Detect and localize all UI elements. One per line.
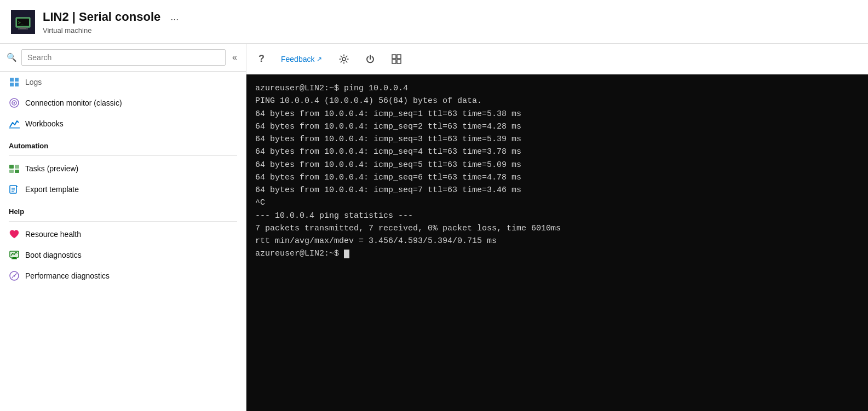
terminal-line: 64 bytes from 10.0.0.4: icmp_seq=2 ttl=6…	[255, 120, 859, 133]
sidebar-item-boot-diagnostics-label: Boot diagnostics	[25, 251, 82, 259]
terminal-panel[interactable]: azureuser@LIN2:~$ ping 10.0.0.4PING 10.0…	[246, 74, 868, 411]
section-automation-label: Automation	[0, 134, 246, 153]
sidebar-item-boot-diagnostics[interactable]: Boot diagnostics	[0, 245, 246, 265]
terminal-line: rtt min/avg/max/mdev = 3.456/4.593/5.394…	[255, 235, 859, 247]
page-title: LIN2 | Serial console ...	[43, 9, 183, 25]
svg-rect-6	[10, 78, 14, 82]
section-help-label: Help	[0, 200, 246, 219]
grid-icon	[9, 77, 20, 88]
sidebar-item-performance-diagnostics[interactable]: Performance diagnostics	[0, 265, 246, 286]
svg-rect-8	[10, 83, 14, 86]
svg-rect-29	[392, 55, 396, 59]
terminal-line: azureuser@LIN2:~$	[255, 247, 859, 260]
svg-rect-23	[13, 257, 16, 258]
svg-point-27	[14, 275, 15, 277]
svg-rect-16	[9, 170, 14, 173]
sidebar-item-resource-health-label: Resource health	[25, 230, 81, 239]
svg-rect-9	[15, 83, 19, 86]
automation-divider	[9, 155, 237, 156]
sidebar-item-resource-health[interactable]: Resource health	[0, 224, 246, 245]
feedback-button[interactable]: Feedback ↗	[277, 51, 326, 67]
boot-diagnostics-icon	[9, 250, 20, 261]
ellipsis-button[interactable]: ...	[166, 9, 183, 25]
right-panel: ? Feedback ↗	[246, 44, 868, 411]
svg-point-28	[342, 57, 346, 61]
svg-rect-24	[12, 258, 17, 259]
svg-rect-31	[392, 60, 396, 63]
feedback-external-icon: ↗	[317, 55, 322, 63]
sidebar-item-logs-label: Logs	[25, 78, 42, 86]
feedback-label: Feedback	[281, 55, 314, 63]
terminal-cursor	[344, 250, 349, 258]
sidebar-item-export-template-label: Export template	[25, 185, 79, 194]
sidebar-item-workbooks-label: Workbooks	[25, 119, 64, 128]
settings-button[interactable]	[335, 50, 353, 68]
svg-point-12	[14, 102, 15, 104]
main-content: 🔍 « Logs	[0, 44, 868, 411]
terminal-line: 64 bytes from 10.0.0.4: icmp_seq=1 ttl=6…	[255, 108, 859, 120]
sidebar-item-tasks-preview[interactable]: Tasks (preview)	[0, 158, 246, 179]
sidebar-item-connection-monitor[interactable]: Connection monitor (classic)	[0, 92, 246, 113]
terminal-line: 7 packets transmitted, 7 received, 0% pa…	[255, 222, 859, 235]
health-icon	[9, 229, 20, 240]
terminal-line: azureuser@LIN2:~$ ping 10.0.0.4	[255, 82, 859, 95]
terminal-line: ^C	[255, 196, 859, 209]
terminal-line: 64 bytes from 10.0.0.4: icmp_seq=3 ttl=6…	[255, 133, 859, 146]
workbooks-icon	[9, 118, 20, 129]
help-button[interactable]: ?	[255, 50, 268, 68]
title-text: LIN2 | Serial console	[43, 10, 160, 24]
search-bar: 🔍 «	[0, 44, 246, 72]
sidebar-item-logs[interactable]: Logs	[0, 72, 246, 92]
help-divider	[9, 221, 237, 222]
terminal-line: PING 10.0.0.4 (10.0.0.4) 56(84) bytes of…	[255, 95, 859, 107]
svg-rect-4	[20, 27, 26, 28]
header-text: LIN2 | Serial console ... Virtual machin…	[43, 9, 183, 34]
svg-rect-15	[15, 165, 19, 169]
sidebar-item-tasks-label: Tasks (preview)	[25, 164, 78, 173]
svg-rect-17	[15, 170, 19, 173]
sidebar: 🔍 « Logs	[0, 44, 246, 411]
terminal-line: 64 bytes from 10.0.0.4: icmp_seq=7 ttl=6…	[255, 184, 859, 196]
search-input[interactable]	[21, 49, 226, 66]
svg-rect-7	[15, 78, 19, 82]
power-button[interactable]	[361, 50, 379, 68]
sidebar-item-performance-diagnostics-label: Performance diagnostics	[25, 271, 110, 280]
sidebar-item-export-template[interactable]: Export template	[0, 179, 246, 200]
toolbar: ? Feedback ↗	[246, 44, 868, 74]
collapse-sidebar-button[interactable]: «	[230, 50, 239, 65]
search-icon: 🔍	[7, 53, 17, 62]
sidebar-item-workbooks[interactable]: Workbooks	[0, 113, 246, 134]
grid-view-button[interactable]	[388, 50, 405, 68]
svg-rect-32	[397, 60, 401, 63]
svg-rect-5	[18, 28, 28, 30]
svg-rect-13	[9, 128, 20, 129]
export-template-icon	[9, 184, 20, 195]
vm-icon: >_	[11, 10, 35, 34]
svg-rect-14	[9, 165, 14, 169]
terminal-line: 64 bytes from 10.0.0.4: icmp_seq=4 ttl=6…	[255, 146, 859, 158]
terminal-line: 64 bytes from 10.0.0.4: icmp_seq=5 ttl=6…	[255, 159, 859, 171]
connection-monitor-icon	[9, 97, 20, 108]
performance-diagnostics-icon	[9, 270, 20, 281]
svg-rect-30	[397, 55, 401, 59]
page-subtitle: Virtual machine	[43, 26, 183, 34]
sidebar-item-connection-monitor-label: Connection monitor (classic)	[25, 99, 122, 107]
tasks-icon	[9, 163, 20, 174]
svg-text:>_: >_	[18, 20, 24, 25]
terminal-line: --- 10.0.0.4 ping statistics ---	[255, 210, 859, 222]
terminal-line: 64 bytes from 10.0.0.4: icmp_seq=6 ttl=6…	[255, 171, 859, 184]
svg-rect-18	[10, 186, 16, 193]
page-header: >_ LIN2 | Serial console ... Virtual mac…	[0, 0, 868, 44]
